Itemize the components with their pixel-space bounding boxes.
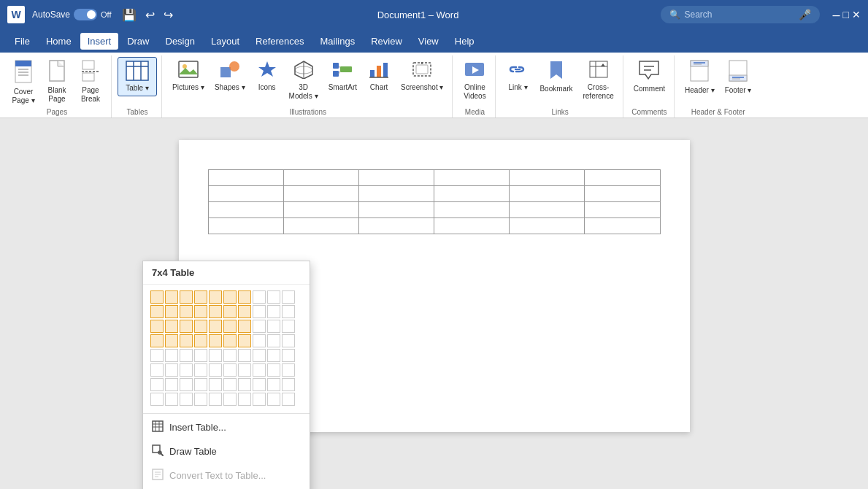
grid-cell[interactable] [180, 378, 193, 391]
grid-cell[interactable] [253, 290, 266, 304]
insert-table-item[interactable]: Insert Table... [143, 415, 310, 439]
header-button[interactable]: Header ▾ [680, 57, 719, 98]
menu-review[interactable]: Review [364, 33, 410, 50]
table-cell[interactable] [434, 186, 509, 202]
table-cell[interactable] [510, 186, 585, 202]
grid-cell[interactable] [223, 378, 237, 391]
grid-cell[interactable] [180, 320, 193, 333]
save-icon[interactable]: 💾 [119, 7, 139, 23]
grid-cell[interactable] [223, 393, 237, 406]
link-button[interactable]: Link ▾ [502, 57, 534, 95]
grid-cell[interactable] [238, 290, 251, 304]
grid-cell[interactable] [282, 290, 295, 304]
grid-cell[interactable] [267, 334, 280, 347]
grid-cell[interactable] [194, 378, 207, 391]
grid-cell[interactable] [180, 363, 193, 377]
grid-cell[interactable] [267, 349, 280, 362]
restore-icon[interactable]: □ [843, 9, 849, 20]
grid-cell[interactable] [194, 320, 207, 333]
table-cell[interactable] [510, 170, 585, 186]
grid-cell[interactable] [150, 305, 164, 318]
grid-cell[interactable] [209, 363, 222, 377]
table-cell[interactable] [283, 186, 358, 202]
grid-cell[interactable] [223, 363, 237, 377]
grid-cell[interactable] [194, 363, 207, 377]
table-cell[interactable] [283, 202, 358, 218]
table-cell[interactable] [283, 170, 358, 186]
grid-cell[interactable] [267, 305, 280, 318]
table-cell[interactable] [585, 202, 660, 218]
grid-cell[interactable] [267, 393, 280, 406]
table-cell[interactable] [434, 170, 509, 186]
grid-cell[interactable] [238, 305, 251, 318]
grid-cell[interactable] [238, 393, 251, 406]
grid-cell[interactable] [194, 349, 207, 362]
cover-page-button[interactable]: CoverPage ▾ [7, 57, 39, 108]
menu-references[interactable]: References [248, 33, 311, 50]
bookmark-button[interactable]: Bookmark [535, 57, 577, 96]
grid-cell[interactable] [253, 305, 266, 318]
shapes-button[interactable]: Shapes ▾ [210, 57, 250, 95]
grid-cell[interactable] [150, 334, 164, 347]
3d-models-button[interactable]: 3DModels ▾ [285, 57, 323, 104]
grid-cell[interactable] [282, 334, 295, 347]
grid-cell[interactable] [180, 305, 193, 318]
grid-cell[interactable] [282, 393, 295, 406]
table-button[interactable]: Table ▾ [118, 57, 157, 96]
online-videos-button[interactable]: OnlineVideos [458, 57, 491, 104]
grid-cell[interactable] [282, 320, 295, 333]
grid-cell[interactable] [194, 305, 207, 318]
grid-cell[interactable] [165, 290, 178, 304]
menu-help[interactable]: Help [448, 33, 482, 50]
table-cell[interactable] [358, 186, 434, 202]
grid-cell[interactable] [253, 349, 266, 362]
table-cell[interactable] [358, 170, 434, 186]
grid-cell[interactable] [150, 320, 164, 333]
grid-cell[interactable] [282, 305, 295, 318]
menu-file[interactable]: File [7, 33, 37, 50]
footer-button[interactable]: Footer ▾ [721, 57, 756, 98]
blank-page-button[interactable]: BlankPage [41, 57, 73, 107]
grid-cell[interactable] [150, 349, 164, 362]
page-break-button[interactable]: PageBreak [74, 57, 107, 107]
grid-cell[interactable] [165, 320, 178, 333]
grid-cell[interactable] [223, 305, 237, 318]
table-grid-container[interactable] [143, 285, 310, 412]
draw-table-item[interactable]: Draw Table [143, 439, 310, 463]
grid-cell[interactable] [282, 349, 295, 362]
grid-cell[interactable] [180, 393, 193, 406]
menu-layout[interactable]: Layout [204, 33, 247, 50]
grid-cell[interactable] [253, 393, 266, 406]
table-cell[interactable] [510, 202, 585, 218]
table-cell[interactable] [434, 202, 509, 218]
close-icon[interactable]: ✕ [852, 9, 861, 20]
autosave-toggle[interactable] [74, 9, 97, 20]
grid-cell[interactable] [165, 349, 178, 362]
grid-cell[interactable] [238, 320, 251, 333]
screenshot-button[interactable]: Screenshot ▾ [396, 57, 448, 95]
undo-icon[interactable]: ↩ [142, 7, 158, 23]
grid-cell[interactable] [165, 378, 178, 391]
grid-cell[interactable] [165, 334, 178, 347]
chart-button[interactable]: Chart [363, 57, 395, 95]
grid-cell[interactable] [238, 378, 251, 391]
table-cell[interactable] [585, 170, 660, 186]
menu-design[interactable]: Design [158, 33, 202, 50]
grid-cell[interactable] [253, 363, 266, 377]
grid-cell[interactable] [180, 290, 193, 304]
grid-cell[interactable] [194, 334, 207, 347]
grid-cell[interactable] [209, 305, 222, 318]
grid-cell[interactable] [194, 290, 207, 304]
grid-cell[interactable] [209, 349, 222, 362]
table-cell[interactable] [208, 170, 283, 186]
menu-mailings[interactable]: Mailings [313, 33, 363, 50]
grid-cell[interactable] [223, 290, 237, 304]
grid-cell[interactable] [180, 334, 193, 347]
search-box[interactable]: 🔍 🎤 [661, 6, 820, 23]
grid-cell[interactable] [180, 349, 193, 362]
table-cell[interactable] [585, 186, 660, 202]
grid-cell[interactable] [267, 290, 280, 304]
table-cell[interactable] [358, 202, 434, 218]
redo-icon[interactable]: ↪ [161, 7, 176, 23]
grid-cell[interactable] [194, 393, 207, 406]
